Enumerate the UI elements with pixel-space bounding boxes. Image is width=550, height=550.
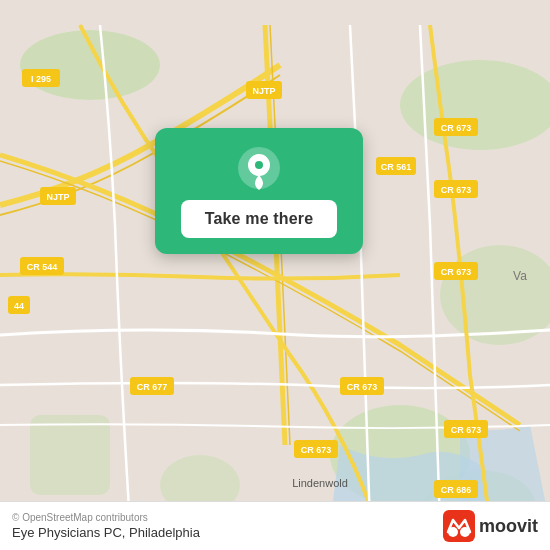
svg-text:CR 673: CR 673 (441, 123, 472, 133)
place-name: Eye Physicians PC, Philadelphia (12, 525, 200, 540)
svg-text:CR 673: CR 673 (451, 425, 482, 435)
svg-text:CR 686: CR 686 (441, 485, 472, 495)
svg-rect-6 (30, 415, 110, 495)
svg-text:44: 44 (14, 301, 24, 311)
map-background: I 295 NJTP NJTP CR 673 CR 561 CR 673 CR … (0, 0, 550, 550)
svg-point-40 (255, 161, 263, 169)
popup-card: Take me there (155, 128, 363, 254)
svg-text:CR 673: CR 673 (301, 445, 332, 455)
bottom-left-info: © OpenStreetMap contributors Eye Physici… (12, 512, 200, 540)
moovit-text: moovit (479, 516, 538, 537)
svg-text:CR 544: CR 544 (27, 262, 58, 272)
svg-text:CR 673: CR 673 (441, 267, 472, 277)
svg-text:CR 561: CR 561 (381, 162, 412, 172)
moovit-icon (443, 510, 475, 542)
svg-text:Va: Va (513, 269, 527, 283)
take-me-there-button[interactable]: Take me there (181, 200, 338, 238)
location-pin-icon (237, 146, 281, 190)
svg-text:CR 677: CR 677 (137, 382, 168, 392)
svg-text:NJTP: NJTP (252, 86, 275, 96)
svg-text:CR 673: CR 673 (441, 185, 472, 195)
svg-text:I 295: I 295 (31, 74, 51, 84)
moovit-logo: moovit (443, 510, 538, 542)
svg-text:Lindenwold: Lindenwold (292, 477, 348, 489)
svg-text:CR 673: CR 673 (347, 382, 378, 392)
osm-credit: © OpenStreetMap contributors (12, 512, 200, 523)
svg-text:NJTP: NJTP (46, 192, 69, 202)
bottom-bar: © OpenStreetMap contributors Eye Physici… (0, 501, 550, 550)
map-container: I 295 NJTP NJTP CR 673 CR 561 CR 673 CR … (0, 0, 550, 550)
